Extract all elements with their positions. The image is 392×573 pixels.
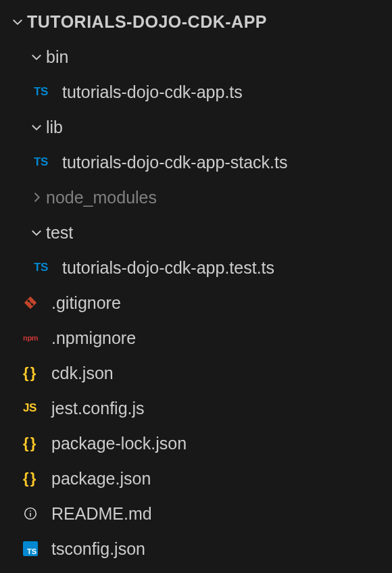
file-label: package.json <box>51 469 151 489</box>
chevron-right-icon <box>28 189 45 205</box>
file-label: jest.config.js <box>51 399 145 418</box>
file-test-app-ts[interactable]: TS tutorials-dojo-cdk-app.test.ts <box>0 250 392 285</box>
info-icon <box>23 504 47 523</box>
file-explorer-tree: TUTORIALS-DOJO-CDK-APP bin TS tutorials-… <box>0 4 392 566</box>
chevron-down-icon <box>9 14 26 30</box>
file-label: tsconfig.json <box>51 539 145 559</box>
chevron-down-icon <box>28 119 45 135</box>
file-label: cdk.json <box>51 364 114 383</box>
folder-label: node_modules <box>46 188 157 207</box>
file-label: .gitignore <box>51 293 121 313</box>
file-gitignore[interactable]: .gitignore <box>0 285 392 320</box>
file-lib-stack-ts[interactable]: TS tutorials-dojo-cdk-app-stack.ts <box>0 145 392 180</box>
javascript-icon: JS <box>23 399 47 418</box>
file-label: tutorials-dojo-cdk-app-stack.ts <box>62 153 287 172</box>
json-icon: { } <box>23 469 47 488</box>
file-npmignore[interactable]: npm .npmignore <box>0 320 392 355</box>
folder-label: bin <box>46 47 68 67</box>
file-label: README.md <box>51 504 152 524</box>
folder-test[interactable]: test <box>0 215 392 250</box>
tsconfig-icon: TS <box>23 539 47 558</box>
typescript-icon: TS <box>34 153 58 172</box>
file-package-lock-json[interactable]: { } package-lock.json <box>0 426 392 461</box>
folder-label: test <box>46 223 73 243</box>
folder-lib[interactable]: lib <box>0 109 392 145</box>
git-icon <box>23 293 47 312</box>
json-icon: { } <box>23 364 47 382</box>
root-folder-label: TUTORIALS-DOJO-CDK-APP <box>27 12 267 32</box>
chevron-down-icon <box>28 224 45 241</box>
npm-icon: npm <box>23 328 47 347</box>
svg-point-4 <box>30 510 31 512</box>
file-label: tutorials-dojo-cdk-app.test.ts <box>62 258 274 278</box>
json-icon: { } <box>23 434 47 453</box>
file-label: package-lock.json <box>51 434 187 453</box>
file-bin-app-ts[interactable]: TS tutorials-dojo-cdk-app.ts <box>0 74 392 109</box>
file-label: tutorials-dojo-cdk-app.ts <box>62 82 243 102</box>
folder-label: lib <box>46 118 63 137</box>
typescript-icon: TS <box>34 258 58 277</box>
file-label: .npmignore <box>51 328 136 348</box>
typescript-icon: TS <box>34 82 58 101</box>
chevron-down-icon <box>28 49 45 65</box>
folder-node-modules[interactable]: node_modules <box>0 180 392 215</box>
file-tsconfig-json[interactable]: TS tsconfig.json <box>0 531 392 566</box>
folder-bin[interactable]: bin <box>0 39 392 74</box>
root-folder[interactable]: TUTORIALS-DOJO-CDK-APP <box>0 4 392 39</box>
file-cdk-json[interactable]: { } cdk.json <box>0 355 392 391</box>
file-readme-md[interactable]: README.md <box>0 496 392 531</box>
file-package-json[interactable]: { } package.json <box>0 461 392 496</box>
file-jest-config-js[interactable]: JS jest.config.js <box>0 391 392 426</box>
